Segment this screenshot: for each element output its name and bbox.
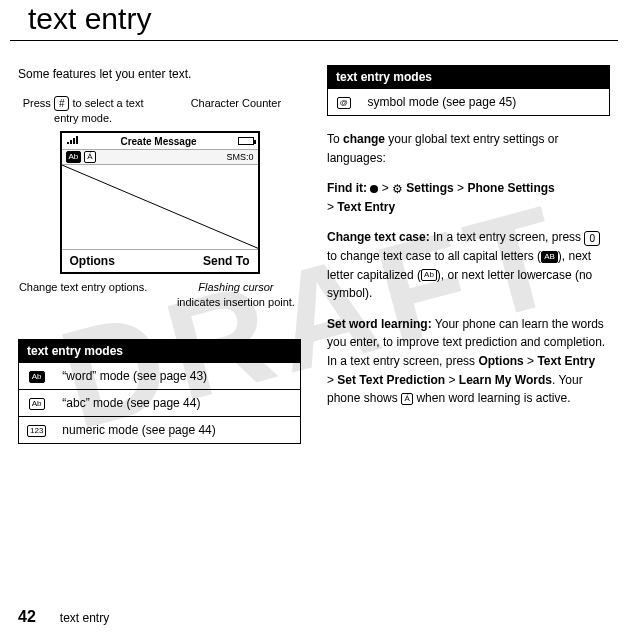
cursor-diagonal-line	[62, 165, 258, 249]
modes-header: text entry modes	[328, 66, 610, 89]
caps-indicator-icon: AB	[541, 251, 558, 263]
abc-mode-icon: Ab	[29, 398, 45, 410]
mode-desc: numeric mode (see page 44)	[54, 417, 300, 444]
phone-text-area	[62, 165, 258, 250]
text-entry-modes-table-left: text entry modes Ab “word” mode (see pag…	[18, 339, 301, 444]
right-column: text entry modes @ symbol mode (see page…	[327, 65, 610, 444]
table-row: Ab “abc” mode (see page 44)	[19, 390, 301, 417]
cap-next-indicator-icon: Ab	[421, 269, 437, 281]
mode-desc: “abc” mode (see page 44)	[54, 390, 300, 417]
svg-line-0	[62, 165, 258, 249]
table-row: @ symbol mode (see page 45)	[328, 89, 610, 116]
callout-press-select: Press # to select a text entry mode.	[18, 96, 148, 126]
phone-screen-title: Create Message	[80, 136, 238, 147]
set-word-learning: Set word learning: Your phone can learn …	[327, 315, 610, 408]
phone-softkeys: Options Send To	[62, 250, 258, 272]
phone-screen: Create Message Ab Á SMS:0 Options Send T…	[60, 131, 260, 274]
callout-character-counter: Character Counter	[171, 96, 301, 126]
phone-status-bar: Create Message	[62, 133, 258, 150]
footer-section: text entry	[60, 611, 109, 625]
find-it-path: Find it: > ⚙ Settings > Phone Settings >…	[327, 179, 610, 216]
hash-key-icon: #	[54, 96, 70, 111]
phone-substatus-bar: Ab Á SMS:0	[62, 150, 258, 165]
table-row: Ab “word” mode (see page 43)	[19, 363, 301, 390]
numeric-mode-icon: 123	[27, 425, 46, 437]
mode-indicator-icon: Ab	[66, 151, 82, 163]
learning-indicator-icon: Á	[401, 393, 413, 405]
learning-indicator-icon: Á	[84, 151, 96, 163]
word-mode-icon: Ab	[29, 371, 45, 383]
change-text-case: Change text case: In a text entry screen…	[327, 228, 610, 302]
softkey-options: Options	[70, 254, 115, 268]
symbol-mode-icon: @	[337, 97, 351, 109]
battery-icon	[238, 137, 254, 145]
gear-icon: ⚙	[392, 183, 403, 195]
modes-header: text entry modes	[19, 340, 301, 363]
page-title: text entry	[10, 2, 618, 41]
zero-key-icon: 0	[584, 231, 600, 246]
softkey-send-to: Send To	[203, 254, 249, 268]
sms-counter: SMS:0	[226, 152, 253, 162]
text-entry-modes-table-right: text entry modes @ symbol mode (see page…	[327, 65, 610, 116]
signal-icon	[66, 135, 80, 147]
change-intro: To change your global text entry setting…	[327, 130, 610, 167]
mode-desc: symbol mode (see page 45)	[360, 89, 610, 116]
left-column: Some features let you enter text. Press …	[18, 65, 301, 444]
intro-text: Some features let you enter text.	[18, 65, 301, 84]
page-footer: 42 text entry	[18, 608, 109, 626]
table-row: 123 numeric mode (see page 44)	[19, 417, 301, 444]
mode-desc: “word” mode (see page 43)	[54, 363, 300, 390]
callout-flashing-cursor: Flashing cursor indicates insertion poin…	[171, 280, 301, 309]
callout-change-options: Change text entry options.	[18, 280, 148, 309]
page-number: 42	[18, 608, 36, 626]
